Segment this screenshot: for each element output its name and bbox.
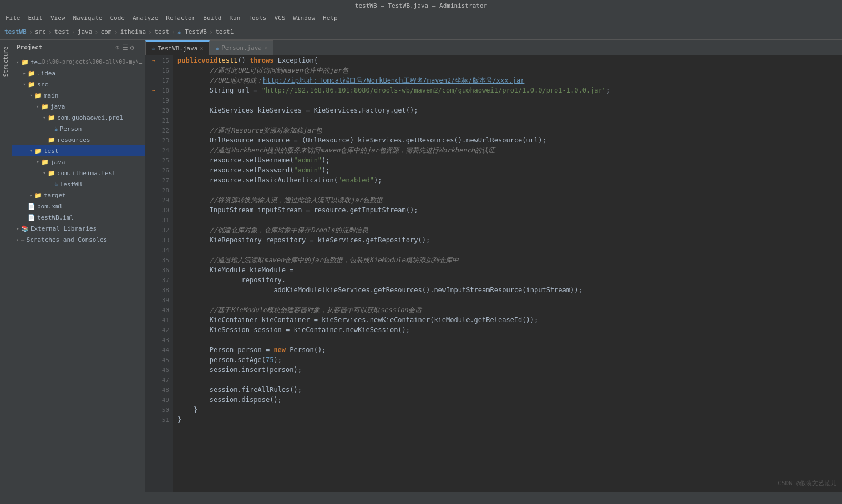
tree-arrow-icon[interactable]: ▾	[14, 59, 21, 65]
tree-arrow-icon[interactable]: ▾	[34, 104, 41, 109]
tree-arrow-icon[interactable]: ▸	[14, 237, 21, 242]
code-token: "admin"	[294, 155, 322, 165]
tree-arrow-icon[interactable]: ▾	[28, 148, 34, 154]
tree-node-icon: ☕	[54, 125, 58, 133]
code-line: //创建仓库对象，仓库对象中保存Drools的规则信息	[177, 225, 838, 235]
panel-action-1[interactable]: ⊕	[115, 44, 119, 52]
code-line: resource.setUsername("admin");	[177, 155, 838, 165]
code-line	[177, 335, 838, 345]
menu-item-navigate[interactable]: Navigate	[70, 13, 106, 23]
line-number: 33	[158, 237, 169, 244]
panel-action-close[interactable]: —	[136, 44, 140, 52]
tree-item[interactable]: ▾📁testWB D:\00-projects\000-all\00-my\中台…	[12, 57, 145, 68]
tab-close-button[interactable]: ×	[264, 45, 267, 51]
tree-arrow-icon[interactable]: ▾	[28, 93, 34, 98]
code-token: //创建仓库对象，仓库对象中保存Drools的规则信息	[177, 225, 368, 235]
code-line: session.insert(person);	[177, 365, 838, 375]
editor-tab-0[interactable]: ☕TestWB.java×	[145, 40, 210, 55]
tree-node-label: resources	[57, 136, 90, 144]
line-number: 27	[158, 177, 169, 184]
tree-arrow-icon[interactable]: ▾	[41, 115, 48, 120]
tree-item[interactable]: 📁resources	[12, 134, 145, 145]
tree-item[interactable]: ▾📁test	[12, 145, 145, 156]
tree-node-label: com.guohaowei.pro1	[57, 114, 123, 121]
tree-node-label: java	[50, 159, 65, 166]
tree-arrow-icon[interactable]: ▸	[28, 192, 34, 198]
menu-item-window[interactable]: Window	[290, 13, 318, 23]
line-number: 42	[158, 327, 169, 334]
code-line: repository.	[177, 275, 838, 285]
code-content[interactable]: public void test1() throws Exception{ //…	[173, 55, 842, 492]
code-token: "enabled"	[338, 175, 374, 185]
tree-item[interactable]: ▸📚External Libraries	[12, 223, 145, 234]
vertical-tab-panel: Structure	[0, 40, 12, 492]
menu-item-file[interactable]: File	[2, 13, 24, 23]
tab-bar: ☕TestWB.java×☕Person.java×	[145, 40, 842, 55]
tree-item[interactable]: 📄testWB.iml	[12, 212, 145, 223]
menu-item-edit[interactable]: Edit	[25, 13, 47, 23]
tree-item[interactable]: ▾📁com.guohaowei.pro1	[12, 112, 145, 123]
tree-node-label: testWB	[31, 59, 42, 66]
code-line: //通过输入流读取maven仓库中的jar包数据，包装成KieModule模块添…	[177, 255, 838, 265]
menu-item-refactor[interactable]: Refactor	[163, 13, 199, 23]
tree-arrow-icon[interactable]: ▾	[21, 82, 28, 87]
gutter-row: 50	[145, 405, 173, 415]
gutter-row: 47	[145, 375, 173, 385]
tree-item[interactable]: ▸📁target	[12, 190, 145, 201]
menu-item-vcs[interactable]: VCS	[271, 13, 288, 23]
line-number: 51	[158, 416, 169, 424]
menu-item-build[interactable]: Build	[200, 13, 225, 23]
code-editor: →15 16 17→18 19 20 21 22 23 24 25 26 27 …	[145, 55, 842, 492]
tree-arrow-icon[interactable]: ▾	[41, 170, 48, 176]
tree-item[interactable]: 📄pom.xml	[12, 201, 145, 212]
tree-item[interactable]: ▾📁com.itheima.test	[12, 167, 145, 179]
code-line: session.fireAllRules();	[177, 385, 838, 395]
gutter-row: 27	[145, 175, 173, 185]
menu-item-analyze[interactable]: Analyze	[129, 13, 161, 23]
editor-tab-1[interactable]: ☕Person.java×	[210, 40, 274, 55]
menu-item-run[interactable]: Run	[226, 13, 244, 23]
menu-item-help[interactable]: Help	[319, 13, 341, 23]
gutter-row: 33	[145, 235, 173, 245]
line-number: 32	[158, 227, 169, 234]
code-token: "http://192.168.86.101:8080/drools-wb/ma…	[262, 85, 606, 95]
code-token: "admin"	[294, 165, 322, 175]
tree-arrow-icon[interactable]: ▾	[34, 159, 41, 165]
tree-item[interactable]: ▸📁.idea	[12, 68, 145, 79]
nav-project[interactable]: testWB	[4, 28, 27, 35]
code-token: ()	[237, 55, 250, 65]
gutter-row: 44	[145, 345, 173, 355]
panel-action-3[interactable]: ⚙	[130, 44, 134, 52]
menu-item-view[interactable]: View	[47, 13, 69, 23]
tree-item[interactable]: ▾📁java	[12, 101, 145, 112]
code-line: resource.setBasicAuthentication("enabled…	[177, 175, 838, 185]
menu-item-code[interactable]: Code	[106, 13, 128, 23]
tree-node-icon: 📁	[41, 103, 49, 110]
gutter-row: 30	[145, 205, 173, 215]
tree-item[interactable]: ▸✏️Scratches and Consoles	[12, 234, 145, 245]
line-number: 46	[158, 366, 169, 374]
structure-tab[interactable]: Structure	[1, 42, 11, 81]
line-number: 21	[158, 117, 169, 124]
tab-close-button[interactable]: ×	[200, 45, 203, 52]
menu-item-tools[interactable]: Tools	[245, 13, 270, 23]
tree-arrow-icon[interactable]: ▸	[21, 70, 28, 76]
gutter-row: 48	[145, 385, 173, 395]
gutter-row: 43	[145, 335, 173, 345]
tree-item[interactable]: ▾📁java	[12, 156, 145, 167]
code-line: //通过Workbench提供的服务来访问maven仓库中的jar包资源，需要先…	[177, 145, 838, 155]
project-panel: Project ⊕ ☰ ⚙ — ▾📁testWB D:\00-projects\…	[12, 40, 145, 492]
tree-node-label: src	[37, 81, 48, 88]
line-number: 50	[158, 406, 169, 414]
gutter-row: 21	[145, 115, 173, 125]
code-token: //将资源转换为输入流，通过此输入流可以读取jar包数据	[177, 195, 383, 205]
tree-item[interactable]: ▾📁src	[12, 79, 145, 90]
tree-item[interactable]: ☕TestWB	[12, 179, 145, 190]
line-number: 15	[158, 57, 169, 64]
code-line: resource.setPassword("admin");	[177, 165, 838, 175]
tree-item[interactable]: ☕Person	[12, 123, 145, 134]
tree-arrow-icon[interactable]: ▸	[14, 226, 21, 231]
panel-action-2[interactable]: ☰	[122, 44, 128, 52]
tree-item[interactable]: ▾📁main	[12, 90, 145, 101]
title-bar: testWB – TestWB.java – Administrator	[0, 0, 842, 12]
